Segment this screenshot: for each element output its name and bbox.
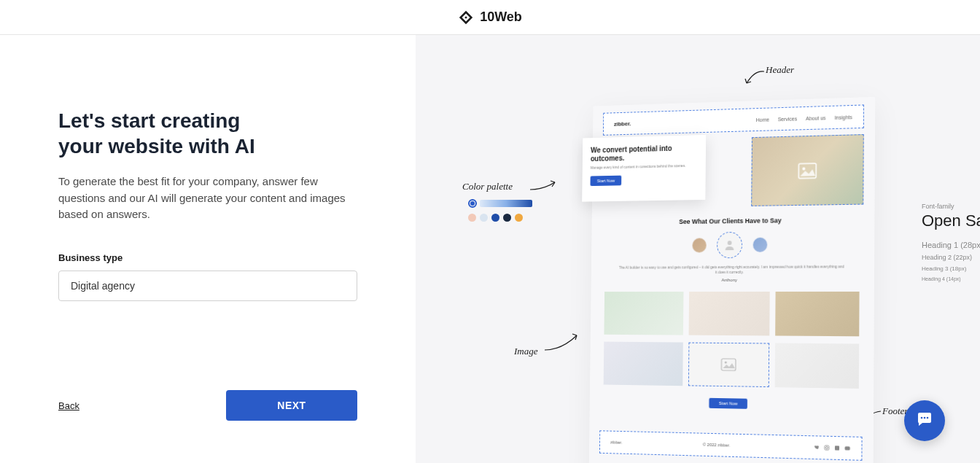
palette-color-1 (468, 214, 476, 222)
mockup-gallery-image (775, 343, 859, 389)
annotation-image: Image (514, 346, 538, 357)
mockup-testimonials-title: See What Our Clients Have to Say (592, 216, 875, 227)
heading-line-2: your website with AI (58, 135, 255, 157)
svg-point-2 (802, 167, 805, 170)
arrow-icon (529, 179, 558, 194)
typography-h4: Heading 4 (14px) (922, 276, 980, 281)
twitter-icon (814, 445, 820, 451)
mockup-gallery-row2 (604, 342, 860, 389)
mockup-gallery-image (688, 292, 770, 335)
palette-color-3 (491, 214, 499, 222)
user-icon (724, 239, 736, 251)
mockup-hero-subtitle: Manage every kind of content in conectio… (591, 163, 698, 171)
heading-line-1: Let's start creating (58, 109, 240, 132)
svg-point-10 (921, 417, 923, 419)
mockup-header: zibber. Home Services About us Insights (603, 104, 864, 135)
typography-h2: Heading 2 (22px) (922, 254, 980, 261)
mockup-avatar (753, 238, 768, 252)
mockup-gallery-image (604, 342, 683, 386)
mockup-nav-item: About us (806, 115, 826, 121)
svg-rect-9 (845, 446, 850, 450)
svg-point-7 (825, 447, 828, 449)
brand-name: 10Web (480, 9, 522, 25)
mockup-testimonial-text: The AI builder is so easy to use and get… (618, 264, 845, 275)
annotation-color-palette: Color palette (462, 181, 513, 192)
arrow-icon (543, 331, 580, 353)
chat-icon (915, 411, 934, 430)
main-layout: Let's start creating your website with A… (0, 35, 980, 463)
mockup-cta-button: Start Now (709, 398, 747, 409)
mockup-gallery-placeholder (688, 343, 770, 388)
mockup-avatar (692, 238, 706, 252)
linkedin-icon (834, 445, 840, 451)
business-type-label: Business type (58, 252, 357, 263)
color-palette-swatches (468, 199, 532, 222)
palette-color-4 (503, 214, 511, 222)
mockup-gallery-image (775, 292, 859, 336)
mockup-avatars (591, 230, 874, 259)
mockup-page: zibber. Home Services About us Insights … (588, 97, 875, 463)
business-type-input[interactable] (58, 271, 357, 301)
next-button[interactable]: NEXT (226, 390, 357, 421)
form-actions: Back NEXT (58, 390, 357, 421)
youtube-icon (844, 446, 850, 451)
mockup-footer: zibber. © 2022 zibber. (599, 430, 863, 461)
mockup-social-icons (814, 445, 850, 452)
image-placeholder-icon (798, 163, 817, 179)
mockup-hero-card: We convert potential into outcomes. Mana… (582, 135, 706, 202)
preview-canvas: Header Color palette Image Footer (459, 57, 965, 463)
palette-check-icon (468, 199, 477, 208)
chat-widget-button[interactable] (904, 400, 945, 441)
mockup-nav: Home Services About us Insights (756, 114, 852, 122)
mockup-gallery-image (604, 292, 683, 335)
mockup-hero-image-placeholder (751, 134, 864, 206)
typography-h3: Heading 3 (18px) (922, 265, 980, 272)
annotation-header: Header (766, 64, 794, 76)
svg-point-3 (728, 241, 732, 245)
logo-icon (458, 9, 474, 26)
font-family-value: Open Sans (922, 211, 980, 230)
mockup-hero-title: We convert potential into outcomes. (591, 144, 698, 163)
svg-point-11 (924, 417, 926, 419)
mockup-nav-item: Home (756, 117, 769, 122)
palette-color-2 (480, 214, 488, 222)
brand-logo: 10Web (458, 9, 522, 26)
svg-point-5 (725, 362, 727, 364)
palette-color-5 (515, 214, 523, 222)
svg-rect-6 (825, 446, 829, 450)
arrow-icon (744, 67, 766, 89)
preview-panel: Header Color palette Image Footer (416, 35, 980, 463)
mockup-hero-button: Start Now (590, 175, 621, 185)
page-subtitle: To generate the best fit for your compan… (58, 174, 357, 223)
page-title: Let's start creating your website with A… (58, 108, 357, 159)
mockup-footer-brand: zibber. (610, 440, 623, 444)
svg-point-0 (470, 201, 475, 206)
palette-gradient-bar (480, 200, 532, 207)
svg-rect-8 (835, 446, 839, 450)
image-placeholder-icon (720, 358, 736, 371)
svg-point-12 (927, 417, 929, 419)
mockup-footer-copyright: © 2022 zibber. (703, 443, 731, 448)
mockup-nav-item: Services (778, 116, 798, 122)
mockup-testimonial-name: Anthony (591, 277, 874, 282)
form-panel: Let's start creating your website with A… (0, 35, 416, 463)
svg-rect-4 (721, 359, 736, 370)
instagram-icon (824, 445, 830, 451)
font-family-label: Font-family (922, 203, 980, 210)
typography-h1: Heading 1 (28px) (922, 241, 980, 249)
app-header: 10Web (0, 0, 980, 35)
back-link[interactable]: Back (58, 400, 79, 411)
palette-row-primary (468, 199, 532, 208)
mockup-brand: zibber. (614, 120, 631, 127)
mockup-nav-item: Insights (835, 114, 852, 120)
typography-panel: Font-family Open Sans Heading 1 (28px) H… (922, 203, 980, 286)
palette-row-secondary (468, 214, 532, 222)
mockup-gallery-row1 (604, 292, 859, 336)
mockup-avatar-placeholder (717, 232, 742, 258)
